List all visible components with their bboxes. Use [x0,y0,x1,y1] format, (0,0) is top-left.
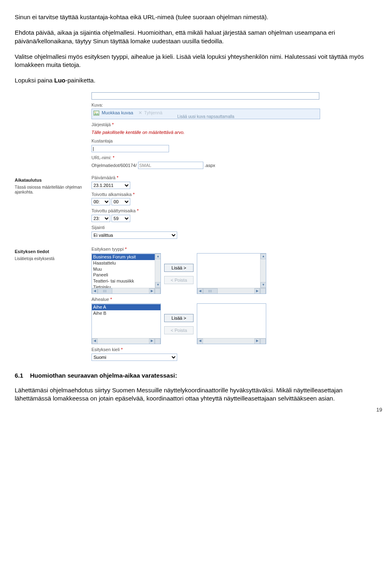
tyyppi-label-text: Esityksen tyyppi [91,247,124,251]
p4-bold: Luo [54,77,66,84]
scroll-down-icon[interactable]: ▼ [155,282,161,288]
scroll-down-icon[interactable]: ▼ [261,282,266,288]
loppu-label-text: Toivottu päättymisaika [91,208,136,213]
aikataulutus-heading: Aikataulutus [15,177,91,183]
jarjestaja-label: Järjestäjä * [91,122,325,128]
required-asterisk: * [125,247,127,251]
vertical-scrollbar[interactable]: ▲ ▼ [260,254,266,288]
add-button[interactable]: Lisää > [164,314,194,322]
section-6-1-heading: 6.1 Huomiothan seuraavan ohjelma-aikaa v… [15,372,377,380]
list-item[interactable]: Teatteri- tai muusiikk [92,278,160,284]
url-path: Ohjelmatiedot/600174/ [91,163,137,168]
scroll-right-icon[interactable]: ▶ [149,288,155,294]
horizontal-scrollbar[interactable]: ◀ ▶ [92,338,160,344]
paragraph-3: Valitse ohjelmallesi myös esityksen tyyp… [15,53,377,69]
pvm-label: Päivämäärä * [91,175,325,181]
aihealue-target-listbox[interactable]: ◀ ▶ [197,303,266,344]
scroll-up-icon[interactable]: ▲ [261,254,266,259]
section-number: 6.1 [15,372,23,379]
alku-mm-select[interactable]: 00 [111,198,130,205]
remove-button[interactable]: < Poista [164,276,194,284]
required-error: Tälle pakolliselle kentälle on määritett… [91,129,325,136]
esitys-heading: Esityksen tiedot [15,249,91,255]
alku-label-text: Toivottu alkamisaika [91,192,131,197]
scroll-right-icon[interactable]: ▶ [254,288,260,294]
top-input-row [15,92,325,100]
alku-hh-select[interactable]: 00: [91,198,110,205]
aihealue-label: Aihealue * [91,296,325,303]
aikataulutus-section: Aikataulutus Tässä osiossa määritellään … [15,175,325,239]
required-asterisk: * [117,175,118,180]
scroll-left-icon[interactable]: ◀ [197,338,203,344]
required-asterisk: * [110,297,112,302]
aihealue-dual-listbox: Aihe A Aihe B ◀ ▶ Lisää > < Poista [91,303,325,344]
image-picker[interactable]: Muokkaa kuvaa ✕ Tyhjennä Lisää uusi kuva… [91,109,320,119]
required-asterisk: * [112,122,114,127]
sijainti-label: Sijainti [91,225,325,231]
list-item[interactable]: Aihe A [92,304,160,310]
scroll-right-icon[interactable]: ▶ [149,338,155,344]
required-asterisk: * [137,208,138,213]
scroll-up-icon[interactable]: ▲ [155,254,161,259]
scroll-grip [155,338,160,344]
form-screenshot: Kuva: Muokkaa kuvaa ✕ Tyhjennä Lisää uus… [15,92,325,361]
jarjestaja-label-text: Järjestäjä [91,122,111,127]
list-item[interactable]: Haastattelu [92,260,160,266]
add-button[interactable]: Lisää > [164,264,194,272]
scroll-thumb[interactable] [98,288,112,294]
vertical-scrollbar[interactable]: ▲ ▼ [155,254,160,288]
sijainti-select[interactable]: Ei valittua [91,231,177,239]
scroll-grip [260,288,266,294]
scroll-grip [155,288,160,294]
alku-label: Toivottu alkamisaika * [91,191,325,198]
loppu-mm-select[interactable]: 59 [111,215,130,222]
kieli-label: Esityksen kieli * [91,347,325,353]
paragraph-5: Lähettämäsi ohjelmaehdotus siirtyy Suome… [15,386,377,403]
tyyppi-dual-listbox: Business Forum yksit Haastattelu Muu Pan… [91,253,325,294]
tyyppi-source-listbox[interactable]: Business Forum yksit Haastattelu Muu Pan… [91,253,161,294]
aikataulutus-desc: Tässä osiossa määritellään ohjelman ajan… [15,185,91,195]
loppu-hh-select[interactable]: 23: [91,215,110,222]
kustantaja-label: Kustantaja [91,138,325,144]
remove-button[interactable]: < Poista [164,326,194,334]
scroll-left-icon[interactable]: ◀ [197,288,203,294]
scroll-thumb[interactable] [203,288,218,294]
aihealue-source-listbox[interactable]: Aihe A Aihe B ◀ ▶ [91,303,161,344]
loppu-label: Toivottu päättymisaika * [91,208,325,214]
kieli-select[interactable]: Suomi [91,354,177,361]
kustantaja-input[interactable] [91,145,169,152]
page-number: 19 [376,406,382,414]
paragraph-1: Sinun ei tarvitse täyttää kustantaja-koh… [15,13,377,21]
url-suffix: .aspx [205,163,215,168]
tyyppi-label: Esityksen tyyppi * [91,246,325,252]
kieli-label-text: Esityksen kieli [91,347,120,352]
horizontal-scrollbar[interactable]: ◀ ▶ [92,288,160,294]
p4-pre: Lopuksi paina [15,77,54,84]
list-item[interactable]: Aihe B [92,310,160,316]
url-label: URL-nimi: * [91,155,325,161]
scroll-left-icon[interactable]: ◀ [92,288,98,294]
horizontal-scrollbar[interactable]: ◀ ▶ [197,288,266,294]
scroll-right-icon[interactable]: ▶ [254,338,260,344]
list-item[interactable]: Business Forum yksit [92,254,160,260]
tyyppi-target-listbox[interactable]: ▲ ▼ ◀ ▶ [197,253,266,294]
esitys-section: Esityksen tiedot Lisätietoja esityksestä… [15,246,325,361]
list-item[interactable]: Paneeli [92,272,160,278]
required-asterisk: * [121,347,122,352]
url-label-text: URL-nimi: [91,155,111,160]
horizontal-scrollbar[interactable]: ◀ ▶ [197,338,266,344]
aihealue-label-text: Aihealue [91,297,109,302]
pvm-select[interactable]: 23.1.2011 [91,182,130,189]
scroll-left-icon[interactable]: ◀ [92,338,98,344]
kuva-label: Kuva: [91,102,325,108]
url-input[interactable] [138,162,203,169]
p4-post: -painiketta. [65,77,95,84]
paragraph-2: Ehdota päivää, aikaa ja sijaintia ohjelm… [15,29,377,45]
paragraph-4: Lopuksi paina Luo-painiketta. [15,76,377,85]
top-text-input[interactable] [91,92,319,100]
esitys-desc: Lisätietoja esityksestä [15,256,91,261]
image-caption: Lisää uusi kuva napsauttamalla [92,114,320,120]
list-item[interactable]: Muu [92,266,160,272]
svg-point-1 [95,112,96,113]
required-asterisk: * [133,192,135,197]
